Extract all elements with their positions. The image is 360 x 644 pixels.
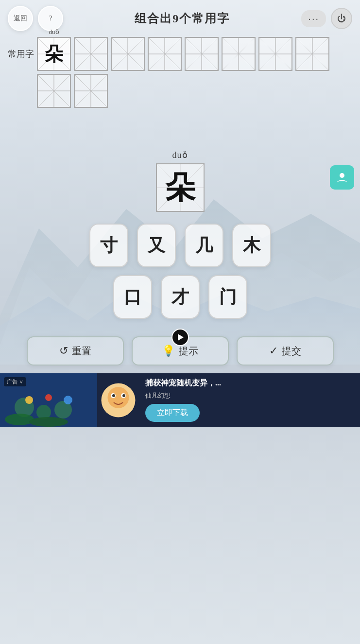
submit-label: 提交 <box>282 345 301 358</box>
svg-point-54 <box>64 396 72 404</box>
tile-cun[interactable]: 寸 <box>89 224 128 267</box>
ad-content: 捕获神宠随机变异，... 仙凡幻想 立即下载 <box>139 373 360 427</box>
pinyin-label: duǒ <box>49 28 59 36</box>
ad-tag: 广告 ∨ <box>4 377 26 386</box>
power-button[interactable]: ⏻ <box>331 8 352 29</box>
svg-line-33 <box>38 75 70 107</box>
svg-line-13 <box>149 38 181 70</box>
answer-char-1: 朵 <box>45 45 63 63</box>
row-label: 常用字 <box>8 48 34 60</box>
tile-ji[interactable]: 几 <box>185 224 223 267</box>
answer-row-2 <box>37 74 352 108</box>
more-button[interactable]: ··· <box>301 10 326 27</box>
answer-box-empty-6[interactable] <box>258 37 292 71</box>
svg-point-52 <box>25 396 33 404</box>
ad-title: 捕获神宠随机变异，... <box>145 378 354 388</box>
power-icon: ⏻ <box>337 14 346 24</box>
answer-box-empty-5[interactable] <box>222 37 256 71</box>
reset-label: 重置 <box>72 345 91 358</box>
video-badge <box>171 329 189 346</box>
back-label: 返回 <box>14 14 27 23</box>
answer-row-1: 常用字 duǒ 朵 <box>8 37 352 71</box>
submit-button[interactable]: ✓ 提交 <box>237 336 334 366</box>
reset-button[interactable]: ↺ 重置 <box>27 336 124 366</box>
svg-line-9 <box>112 38 144 70</box>
svg-line-21 <box>223 38 255 70</box>
puzzle-pinyin: duǒ <box>172 150 188 160</box>
svg-point-51 <box>29 417 68 427</box>
svg-point-53 <box>45 394 52 401</box>
ad-subtitle: 仙凡幻想 <box>145 391 354 400</box>
svg-point-60 <box>122 394 125 397</box>
hint-icon: 💡 <box>162 345 175 357</box>
help-button[interactable]: ? <box>38 6 63 31</box>
help-icon: ? <box>49 15 52 22</box>
puzzle-area: duǒ 朵 寸 又 几 木 口 才 门 <box>0 150 360 331</box>
hint-button[interactable]: 💡 提示 <box>132 336 229 366</box>
svg-point-40 <box>340 173 344 178</box>
tile-men[interactable]: 门 <box>208 275 247 319</box>
svg-line-29 <box>296 38 328 70</box>
svg-line-28 <box>296 38 328 70</box>
svg-line-5 <box>75 38 107 70</box>
tile-cai[interactable]: 才 <box>161 275 200 319</box>
reset-icon: ↺ <box>59 345 68 357</box>
hint-label: 提示 <box>179 345 198 358</box>
tile-you[interactable]: 又 <box>137 224 176 267</box>
svg-point-59 <box>112 394 115 397</box>
answer-box-filled-1[interactable]: duǒ 朵 <box>37 37 71 71</box>
answer-box-empty-2[interactable] <box>111 37 145 71</box>
svg-line-8 <box>112 38 144 70</box>
tile-kou[interactable]: 口 <box>113 275 152 319</box>
submit-icon: ✓ <box>269 345 278 357</box>
answer-area: 常用字 duǒ 朵 <box>0 37 360 121</box>
svg-point-56 <box>108 387 129 408</box>
answer-box-empty-8[interactable] <box>37 74 71 108</box>
ad-banner: 广告 ∨ 捕获神宠随机变异，... 仙凡幻想 立即下载 <box>0 373 360 427</box>
svg-line-20 <box>223 38 255 70</box>
answer-box-empty-4[interactable] <box>185 37 219 71</box>
svg-line-37 <box>75 75 107 107</box>
answer-box-empty-9[interactable] <box>74 74 108 108</box>
puzzle-char-box: 朵 <box>156 163 205 212</box>
svg-line-36 <box>75 75 107 107</box>
answer-box-empty-3[interactable] <box>148 37 182 71</box>
answer-box-empty-1[interactable] <box>74 37 108 71</box>
back-button[interactable]: 返回 <box>8 6 33 31</box>
svg-rect-41 <box>338 181 346 183</box>
float-helper-button[interactable] <box>330 165 354 190</box>
svg-line-32 <box>38 75 70 107</box>
svg-line-16 <box>186 38 218 70</box>
ad-game-image: 广告 ∨ <box>0 373 97 427</box>
tiles-row-2: 口 才 门 <box>113 275 247 319</box>
svg-line-4 <box>75 38 107 70</box>
answer-box-empty-7[interactable] <box>295 37 329 71</box>
tile-mu[interactable]: 木 <box>232 224 271 267</box>
svg-point-50 <box>5 414 34 425</box>
svg-line-17 <box>186 38 218 70</box>
ad-download-button[interactable]: 立即下载 <box>145 404 200 422</box>
puzzle-character: 朵 <box>165 173 195 203</box>
svg-line-24 <box>259 38 291 70</box>
page-title: 组合出9个常用字 <box>68 11 296 26</box>
action-buttons: ↺ 重置 💡 提示 ✓ 提交 <box>0 331 360 373</box>
svg-line-25 <box>259 38 291 70</box>
tiles-row-1: 寸 又 几 木 <box>89 224 271 267</box>
svg-line-12 <box>149 38 181 70</box>
